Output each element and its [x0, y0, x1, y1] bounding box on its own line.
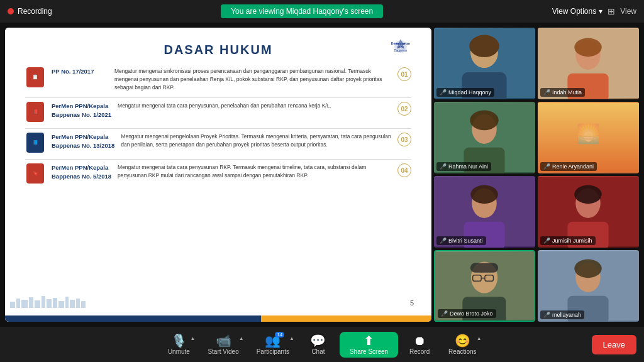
- leave-label: Leave: [603, 340, 625, 349]
- law-number-permen5: 04: [397, 163, 411, 177]
- reactions-label: Reactions: [448, 348, 476, 355]
- recording-dot: [8, 8, 14, 14]
- slide-content: Kementerian PPN/ Bappenas DASAR HUKUM 📋 …: [5, 28, 431, 315]
- participant-name-dewo: 🎤 Dewo Broto Joko: [438, 309, 496, 318]
- bappenas-logo: Kementerian PPN/ Bappenas: [385, 38, 416, 63]
- svg-rect-44: [470, 263, 498, 272]
- svg-rect-5: [10, 302, 15, 308]
- recording-label: Recording: [18, 7, 52, 16]
- svg-rect-17: [81, 301, 86, 308]
- participant-tile-rahma: 🎤 Rahma Nur Aini: [434, 102, 535, 173]
- share-screen-button[interactable]: ⬆ Share Screen: [340, 332, 398, 358]
- svg-rect-13: [58, 301, 64, 308]
- recording-indicator: Recording: [8, 7, 52, 16]
- slide-row-permen5: 🔖 PerMen PPN/KepalaBappenas No. 5/2018 M…: [25, 163, 411, 184]
- record-button[interactable]: ⏺ Record: [401, 332, 438, 358]
- slide-page-number: 5: [410, 299, 414, 307]
- participant-tile-jumisih: 🎤 Jumisih Jumisih: [538, 176, 639, 248]
- unmute-button[interactable]: ▲ 🎙️ Unmute: [160, 332, 197, 358]
- leave-button[interactable]: Leave: [592, 335, 636, 354]
- law-desc-permen13: Mengatur mengenai pengelolaan Proyek Pri…: [121, 133, 391, 149]
- grid-view-icon[interactable]: ⊞: [608, 6, 615, 16]
- record-label: Record: [409, 348, 430, 355]
- participant-name-rahma: 🎤 Rahma Nur Aini: [436, 162, 491, 171]
- law-desc-permen1: Mengatur mengenai tata cara penyusunan, …: [118, 102, 391, 110]
- law-title-pp17: PP No. 17/2017: [52, 67, 108, 75]
- top-bar: Recording You are viewing Miqdad Haqqony…: [0, 0, 644, 23]
- svg-rect-8: [29, 297, 33, 308]
- svg-point-25: [574, 38, 601, 57]
- law-desc-pp17: Mengatur mengenai sinkronisasi proses pe…: [114, 67, 391, 91]
- main-content: Kementerian PPN/ Bappenas DASAR HUKUM 📋 …: [0, 23, 644, 327]
- participants-button[interactable]: ▲ 👥 14 Participants: [249, 332, 297, 358]
- law-desc-permen5: Mengatur mengenai tata cara penyusunan R…: [118, 163, 391, 180]
- svg-point-29: [470, 111, 498, 131]
- screen-share-banner: You are viewing Miqdad Haqqony's screen: [221, 4, 383, 18]
- unmute-caret[interactable]: ▲: [190, 336, 195, 341]
- law-icon-permen13: 📘: [25, 133, 45, 153]
- svg-rect-12: [53, 298, 57, 308]
- participants-label: Participants: [257, 348, 289, 355]
- participant-tile-bivitri: 🎤 Bivitri Susanti: [434, 176, 535, 248]
- participant-name-renie: 🎤 Renie Aryandani: [540, 162, 597, 171]
- reactions-icon: 😊: [455, 334, 470, 347]
- svg-point-40: [574, 185, 601, 204]
- law-icon-permen1: 📕: [25, 102, 45, 122]
- law-title-permen13: PerMen PPN/KepalaBappenas No. 13/2018: [52, 133, 114, 150]
- start-video-button[interactable]: ▲ 📹 Start Video: [200, 332, 246, 358]
- law-icon-permen5: 🔖: [25, 163, 45, 184]
- video-caret[interactable]: ▲: [239, 336, 244, 341]
- share-screen-icon: ⬆: [364, 334, 374, 347]
- svg-rect-6: [16, 299, 20, 308]
- slide-row-permen1: 📕 PerMen PPN/KepalaBappenas No. 1/2021 M…: [25, 102, 411, 122]
- view-options-area: View Options ▾ ⊞ View: [552, 6, 636, 16]
- unmute-label: Unmute: [168, 348, 190, 355]
- microphone-icon: 🎙️: [171, 334, 187, 347]
- participant-tile-renie: 🌅 🎤 Renie Aryandani: [538, 102, 639, 173]
- share-screen-label: Share Screen: [350, 348, 388, 355]
- view-options-button[interactable]: View Options ▾: [552, 7, 602, 16]
- law-icon-pp17: 📋: [25, 67, 45, 87]
- law-number-pp17: 01: [397, 67, 411, 81]
- svg-rect-9: [35, 300, 40, 308]
- participant-tile-mellayanah: 🎤 mellayanah: [538, 250, 639, 322]
- participants-caret[interactable]: ▲: [289, 336, 294, 341]
- svg-rect-7: [21, 300, 28, 308]
- svg-point-51: [574, 260, 601, 278]
- participant-tile-miqdad: 🎤 Miqdad Haqqony: [434, 28, 535, 99]
- law-number-permen13: 03: [397, 133, 411, 146]
- law-number-permen1: 02: [397, 102, 411, 116]
- slide-footer: [5, 315, 431, 322]
- participant-name-bivitri: 🎤 Bivitri Susanti: [436, 236, 486, 245]
- participant-tile-dewo: 🎤 Dewo Broto Joko: [434, 250, 535, 322]
- participant-grid: 🎤 Miqdad Haqqony 🎤 Indah Mutia: [434, 28, 639, 322]
- svg-rect-14: [65, 297, 69, 308]
- reactions-button[interactable]: ▲ 😊 Reactions: [441, 332, 484, 358]
- participant-name-indah: 🎤 Indah Mutia: [540, 88, 585, 97]
- slide-title: DASAR HUKUM: [25, 43, 411, 57]
- bottom-toolbar: ▲ 🎙️ Unmute ▲ 📹 Start Video ▲ 👥 14 Parti…: [0, 327, 644, 362]
- slide-row-permen13: 📘 PerMen PPN/KepalaBappenas No. 13/2018 …: [25, 133, 411, 153]
- participant-tile-indah: 🎤 Indah Mutia: [538, 28, 639, 99]
- participants-count: 14: [275, 332, 284, 337]
- participant-name-mellayanah: 🎤 mellayanah: [540, 310, 584, 319]
- svg-point-36: [470, 185, 497, 204]
- svg-text:Bappenas: Bappenas: [394, 49, 408, 52]
- participant-name-jumisih: 🎤 Jumisih Jumisih: [540, 236, 596, 245]
- law-title-permen5: PerMen PPN/KepalaBappenas No. 5/2018: [52, 163, 111, 180]
- record-icon: ⏺: [413, 334, 426, 347]
- start-video-label: Start Video: [208, 348, 238, 355]
- svg-text:🌅: 🌅: [577, 123, 600, 145]
- view-label: View: [620, 7, 636, 16]
- svg-point-22: [469, 35, 499, 58]
- reactions-caret[interactable]: ▲: [477, 336, 482, 341]
- city-silhouette: [10, 292, 86, 308]
- svg-rect-16: [76, 299, 80, 308]
- svg-rect-10: [42, 296, 45, 308]
- participant-name-miqdad: 🎤 Miqdad Haqqony: [436, 88, 494, 97]
- slide-row-pp17: 📋 PP No. 17/2017 Mengatur mengenai sinkr…: [25, 67, 411, 91]
- chat-label: Chat: [311, 348, 325, 355]
- video-icon: 📹: [216, 334, 231, 347]
- chat-button[interactable]: 💬 Chat: [299, 332, 337, 358]
- presentation-area: Kementerian PPN/ Bappenas DASAR HUKUM 📋 …: [5, 28, 431, 322]
